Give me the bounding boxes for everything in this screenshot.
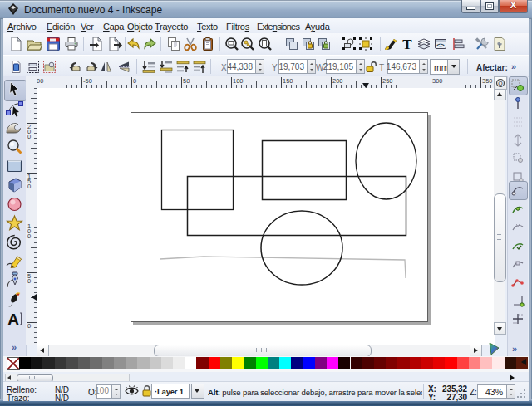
svg-text:Q: Q [498,80,503,86]
svg-text:<>: <> [436,42,445,49]
svg-text:A: A [7,311,19,328]
svg-text:T: T [402,37,412,51]
